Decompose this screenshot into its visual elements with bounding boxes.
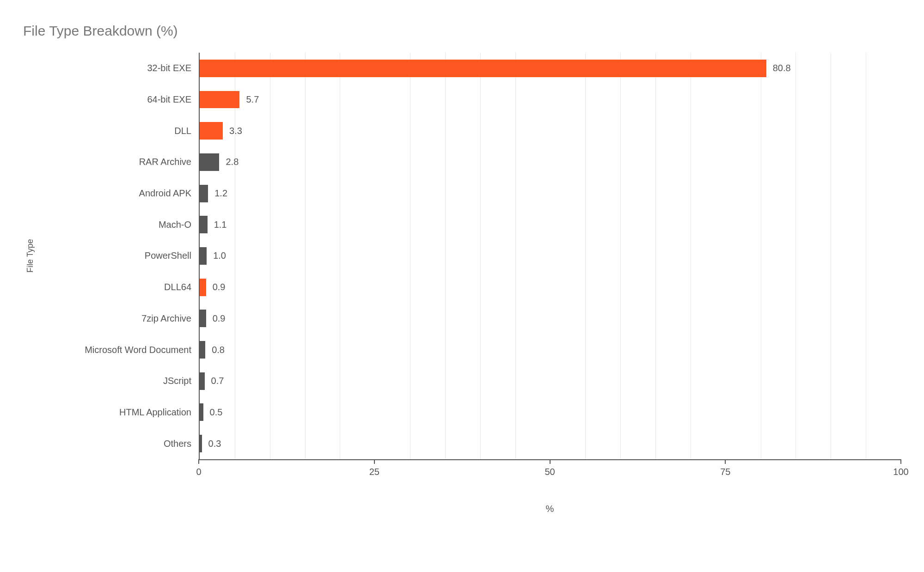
bar bbox=[200, 341, 205, 359]
bar-row: 1.2 bbox=[200, 178, 901, 209]
y-tick-label: 7zip Archive bbox=[37, 303, 199, 335]
bar-row: 0.9 bbox=[200, 303, 901, 335]
x-tick-label: 25 bbox=[369, 467, 379, 477]
x-tick-mark bbox=[374, 459, 375, 464]
y-tick-label: Mach-O bbox=[37, 209, 199, 240]
bar-value-label: 0.9 bbox=[213, 313, 226, 324]
chart-container: File Type Breakdown (%) File Type 32-bit… bbox=[0, 0, 924, 572]
y-tick-label: PowerShell bbox=[37, 240, 199, 272]
x-tick-label: 75 bbox=[720, 467, 730, 477]
x-tick-mark bbox=[550, 459, 551, 464]
x-tick-mark bbox=[725, 459, 726, 464]
x-axis-title: % bbox=[199, 504, 901, 514]
y-axis-title: File Type bbox=[23, 53, 37, 459]
y-tick-label: 64-bit EXE bbox=[37, 84, 199, 116]
bar-row: 3.3 bbox=[200, 115, 901, 146]
bar-value-label: 2.8 bbox=[226, 157, 239, 167]
bar-value-label: 3.3 bbox=[229, 126, 242, 136]
bar bbox=[200, 372, 205, 390]
y-tick-label: Android APK bbox=[37, 178, 199, 209]
bar bbox=[200, 403, 203, 421]
bar bbox=[200, 153, 219, 171]
x-tick-label: 0 bbox=[196, 467, 201, 477]
bar-value-label: 0.9 bbox=[213, 282, 226, 292]
bar-value-label: 0.3 bbox=[208, 438, 221, 449]
y-axis-labels: 32-bit EXE 64-bit EXE DLL RAR Archive An… bbox=[37, 53, 199, 459]
bars: 80.8 5.7 3.3 2.8 1.2 1.1 1.0 0.9 0.9 0.8… bbox=[200, 53, 901, 459]
bar-value-label: 5.7 bbox=[246, 94, 259, 105]
x-tick-mark bbox=[900, 459, 901, 464]
bar-value-label: 1.1 bbox=[214, 219, 227, 230]
y-tick-label: Microsoft Word Document bbox=[37, 334, 199, 365]
x-axis: 0255075100 % bbox=[199, 459, 901, 514]
y-tick-label: HTML Application bbox=[37, 397, 199, 428]
bar bbox=[200, 435, 202, 452]
chart-body: File Type 32-bit EXE 64-bit EXE DLL RAR … bbox=[23, 53, 901, 459]
bar-value-label: 0.5 bbox=[210, 407, 223, 418]
x-tick-label: 100 bbox=[893, 467, 908, 477]
y-tick-label: Others bbox=[37, 428, 199, 459]
bar-row: 0.5 bbox=[200, 397, 901, 428]
bar-value-label: 80.8 bbox=[773, 63, 791, 73]
bar bbox=[200, 91, 239, 109]
bar-row: 2.8 bbox=[200, 146, 901, 178]
bar-row: 0.7 bbox=[200, 365, 901, 397]
bar-row: 5.7 bbox=[200, 84, 901, 116]
bar-row: 0.8 bbox=[200, 334, 901, 365]
bar-value-label: 1.2 bbox=[214, 188, 227, 199]
y-tick-label: DLL bbox=[37, 115, 199, 146]
bar-row: 1.1 bbox=[200, 209, 901, 240]
bar bbox=[200, 60, 766, 77]
bar bbox=[200, 122, 223, 140]
bar-value-label: 0.8 bbox=[212, 345, 225, 355]
bar bbox=[200, 247, 207, 265]
bar-row: 1.0 bbox=[200, 240, 901, 272]
y-tick-label: JScript bbox=[37, 365, 199, 397]
plot-area: 80.8 5.7 3.3 2.8 1.2 1.1 1.0 0.9 0.9 0.8… bbox=[199, 53, 901, 459]
x-tick-mark bbox=[198, 459, 199, 464]
bar-row: 0.3 bbox=[200, 428, 901, 459]
bar-row: 0.9 bbox=[200, 272, 901, 303]
bar-value-label: 0.7 bbox=[211, 376, 224, 386]
chart-title: File Type Breakdown (%) bbox=[23, 23, 901, 39]
y-tick-label: 32-bit EXE bbox=[37, 53, 199, 84]
bar bbox=[200, 216, 208, 233]
bar-row: 80.8 bbox=[200, 53, 901, 84]
y-tick-label: DLL64 bbox=[37, 272, 199, 303]
x-axis-ticks: 0255075100 bbox=[199, 460, 901, 481]
y-tick-label: RAR Archive bbox=[37, 146, 199, 178]
bar bbox=[200, 279, 206, 296]
x-tick-label: 50 bbox=[545, 467, 555, 477]
bar bbox=[200, 185, 208, 202]
bar-value-label: 1.0 bbox=[213, 250, 226, 261]
bar bbox=[200, 310, 206, 327]
